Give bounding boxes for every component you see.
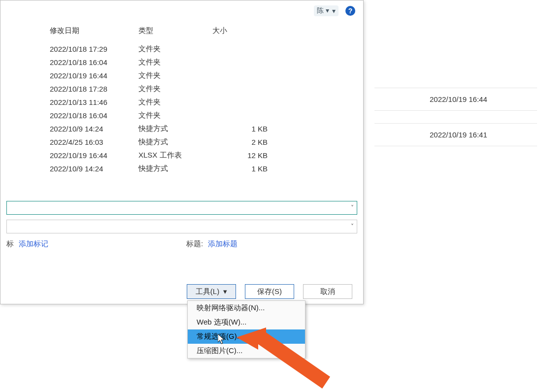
- cell-modified: 2022/10/19 16:44: [50, 151, 138, 160]
- chevron-down-icon: ˅: [351, 223, 354, 230]
- save-fields: ˅ ˅: [0, 201, 363, 233]
- cell-modified: 2022/10/19 16:44: [50, 71, 138, 80]
- cancel-button[interactable]: 取消: [303, 284, 352, 299]
- menu-web-options[interactable]: Web 选项(W)...: [188, 315, 305, 329]
- background-item-2[interactable]: 2022/10/19 16:41: [374, 123, 537, 146]
- file-row[interactable]: 2022/10/19 16:44 XLSX 工作表 12 KB: [0, 149, 363, 162]
- cell-modified: 2022/10/18 17:28: [50, 85, 138, 93]
- menu-general-options[interactable]: 常规选项(G)...: [188, 329, 305, 344]
- file-row[interactable]: 2022/10/18 17:29 文件夹: [0, 42, 363, 56]
- tools-button[interactable]: 工具(L) ▾: [187, 284, 236, 299]
- cell-type: 快捷方式: [138, 164, 212, 173]
- file-row[interactable]: 2022/10/18 17:28 文件夹: [0, 82, 363, 96]
- cell-size: 1 KB: [212, 164, 271, 173]
- cell-modified: 2022/10/18 16:04: [50, 111, 138, 120]
- cell-size: 1 KB: [212, 125, 271, 133]
- chevron-down-icon: ▾: [332, 7, 336, 15]
- help-icon[interactable]: ?: [345, 6, 355, 16]
- add-title-link[interactable]: 添加标题: [208, 239, 237, 249]
- cell-modified: 2022/10/9 14:24: [50, 125, 138, 133]
- dialog-buttons: 工具(L) ▾ 保存(S) 取消: [0, 284, 363, 299]
- cell-modified: 2022/4/25 16:03: [50, 138, 138, 146]
- cell-type: 快捷方式: [138, 124, 212, 133]
- view-options-button[interactable]: 陈 ▾ ▾: [314, 5, 339, 16]
- chevron-down-icon: ˅: [351, 204, 354, 211]
- column-type[interactable]: 类型: [138, 26, 212, 35]
- tools-menu: 映射网络驱动器(N)... Web 选项(W)... 常规选项(G)... 压缩…: [187, 300, 305, 359]
- bg-item-date: 2022/10/19 16:41: [374, 131, 537, 139]
- file-row[interactable]: 2022/4/25 16:03 快捷方式 2 KB: [0, 135, 363, 149]
- tools-button-label: 工具(L): [196, 287, 219, 296]
- file-row[interactable]: 2022/10/13 11:46 文件夹: [0, 96, 363, 109]
- column-modified[interactable]: 修改日期: [50, 26, 138, 35]
- cell-type: 文件夹: [138, 44, 212, 54]
- filetype-combo[interactable]: ˅: [6, 220, 357, 233]
- cell-type: 文件夹: [138, 98, 212, 107]
- dialog-toolbar: 陈 ▾ ▾ ?: [0, 0, 363, 21]
- save-as-dialog: 陈 ▾ ▾ ? 修改日期 类型 大小 2022/10/18 17:29 文件夹 …: [0, 0, 364, 304]
- file-row[interactable]: 2022/10/18 16:04 文件夹: [0, 109, 363, 122]
- cell-modified: 2022/10/18 16:04: [50, 58, 138, 66]
- cell-size: 12 KB: [212, 151, 271, 160]
- cell-type: 快捷方式: [138, 137, 212, 147]
- save-button[interactable]: 保存(S): [245, 284, 294, 299]
- cell-modified: 2022/10/13 11:46: [50, 98, 138, 106]
- cell-modified: 2022/10/18 17:29: [50, 45, 138, 53]
- cell-type: 文件夹: [138, 111, 212, 120]
- cell-type: 文件夹: [138, 58, 212, 67]
- bg-item-date: 2022/10/19 16:44: [374, 95, 537, 103]
- cell-type: XLSX 工作表: [138, 151, 212, 160]
- cell-modified: 2022/10/9 14:24: [50, 164, 138, 173]
- file-row[interactable]: 2022/10/18 16:04 文件夹: [0, 56, 363, 69]
- chevron-down-icon: ▾: [223, 287, 227, 296]
- menu-compress-pictures[interactable]: 压缩图片(C)...: [188, 344, 305, 358]
- cell-type: 文件夹: [138, 71, 212, 80]
- file-list-header: 修改日期 类型 大小: [0, 24, 363, 42]
- cell-type: 文件夹: [138, 84, 212, 94]
- view-options-label: 陈 ▾: [317, 6, 329, 15]
- cell-size: 2 KB: [212, 138, 271, 146]
- file-list: 修改日期 类型 大小 2022/10/18 17:29 文件夹 2022/10/…: [0, 21, 363, 175]
- background-item-1[interactable]: 2022/10/19 16:44: [374, 88, 537, 111]
- column-size[interactable]: 大小: [212, 26, 271, 35]
- file-row[interactable]: 2022/10/9 14:24 快捷方式 1 KB: [0, 162, 363, 175]
- title-label: 标题:: [186, 239, 203, 249]
- metadata-row: 标 添加标记 标题: 添加标题: [0, 238, 363, 253]
- add-tag-link[interactable]: 添加标记: [19, 239, 48, 249]
- tags-label: 标: [6, 239, 14, 249]
- menu-map-network-drive[interactable]: 映射网络驱动器(N)...: [188, 301, 305, 315]
- file-row[interactable]: 2022/10/9 14:24 快捷方式 1 KB: [0, 122, 363, 135]
- file-row[interactable]: 2022/10/19 16:44 文件夹: [0, 69, 363, 82]
- filename-combo[interactable]: ˅: [6, 201, 357, 215]
